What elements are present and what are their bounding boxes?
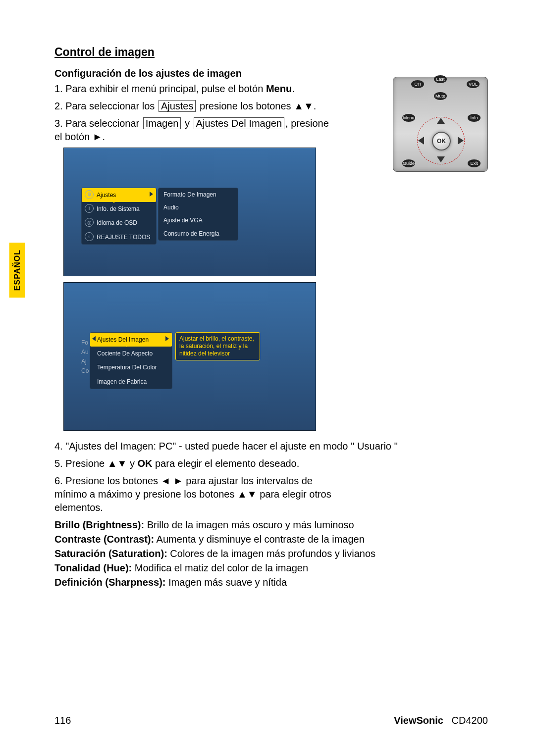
gear-icon: ⚙ [85,190,94,199]
instruction-steps-continued: 4. "Ajustes del Imagen: PC" - usted pued… [54,440,441,514]
remote-info: Info [468,114,481,122]
def-contraste: Contraste (Contrast): Aumenta y disminuy… [54,533,490,546]
chevron-left-icon [92,336,96,341]
remote-vol: VOL [467,80,480,88]
osd2-tooltip: Ajustar el brillo, el contraste, la satu… [175,332,260,360]
osd1-sub-formato: Formato De Imagen [159,188,238,201]
remote-ok-button: OK [432,132,451,151]
def-tonalidad: Tonalidad (Hue): Modifica el matiz del c… [54,561,490,575]
remote-last: Last [434,75,447,83]
chevron-right-icon [165,336,169,341]
osd2-item-temperatura: Temperatura Del Color [90,360,172,374]
remote-right-icon [458,137,464,145]
osd2-left-menu: Ajustes Del Imagen Cociente De Aspecto T… [90,332,172,389]
step-4: 4. "Ajustes del Imagen: PC" - usted pued… [54,440,441,453]
remote-menu: Menu [402,114,415,122]
osd1-item-info: iInfo. de Sistema [82,202,156,216]
chevron-right-icon [150,192,153,197]
submenu-indicator-icon [123,344,129,347]
osd2-item-fabrica: Imagen de Fabrica [90,375,172,389]
boxed-ajustes: Ajustes [159,100,196,112]
boxed-imagen: Imagen [143,117,181,129]
osd1-item-ajustes: ⚙Ajustes [82,188,156,202]
osd1-item-reset: ⌂REAJUSTE TODOS [82,230,156,244]
page-title: Control de imagen [54,45,490,60]
submenu-indicator-icon [111,200,117,203]
reset-icon: ⌂ [85,232,94,241]
remote-mute: Mute [434,92,447,100]
boxed-ajustes-del-imagen: Ajustes Del Imagen [194,117,284,129]
osd1-sub-audio: Audio [159,201,238,214]
language-tab: ESPAÑOL [9,243,25,298]
osd-screenshot-2: Fo Au Aj Co Ajustes Del Imagen Cociente … [63,282,316,431]
footer-model: CD4200 [452,715,488,726]
footer-brand: ViewSonic [394,715,443,726]
osd1-sub-vga: Ajuste de VGA [159,214,238,227]
osd1-left-menu: ⚙Ajustes iInfo. de Sistema ◎Idioma de OS… [81,188,157,245]
remote-up-icon [437,118,445,124]
step-5: 5. Presione ▲▼ y OK para elegir el eleme… [54,457,441,470]
remote-ch: CH [411,80,424,88]
def-brillo: Brillo (Brightness): Brillo de la imagen… [54,518,490,532]
step-2: 2. Para seleccionar los Ajustes presione… [54,100,337,113]
remote-exit: Exit [468,159,481,167]
definitions: Brillo (Brightness): Brillo de la imagen… [54,518,490,589]
osd1-item-idioma: ◎Idioma de OSD [82,216,156,230]
step-1: 1. Para exhibir el menú principal, pulse… [54,82,337,96]
info-icon: i [85,204,94,213]
def-definicion: Definición (Sharpness): Imagen más suave… [54,576,490,589]
def-saturacion: Saturación (Saturation): Colores de la i… [54,547,490,560]
instruction-steps: 1. Para exhibir el menú principal, pulse… [54,82,337,144]
page-number: 116 [54,714,71,727]
osd-screenshots: ⚙Ajustes iInfo. de Sistema ◎Idioma de OS… [63,148,490,431]
osd1-sub-energia: Consumo de Energia [159,227,238,240]
step-6: 6. Presione los botones ◄ ► para ajustar… [54,474,332,514]
page-footer: 116 ViewSonic CD4200 [54,714,488,727]
remote-down-icon [437,156,445,162]
osd2-background-menu: Fo Au Aj Co [81,339,89,376]
osd-screenshot-1: ⚙Ajustes iInfo. de Sistema ◎Idioma de OS… [63,148,316,276]
remote-guide: Guide [402,159,415,167]
step-3: 3. Para seleccionar Imagen y Ajustes Del… [54,117,337,144]
osd1-right-menu: Formato De Imagen Audio Ajuste de VGA Co… [158,188,238,241]
osd2-item-ajustes-imagen: Ajustes Del Imagen [90,333,172,347]
remote-illustration: CH VOL Last Mute Menu Info Guide Exit OK [393,77,488,172]
language-icon: ◎ [85,218,94,227]
remote-left-icon [418,137,424,145]
osd2-item-aspecto: Cociente De Aspecto [90,347,172,360]
